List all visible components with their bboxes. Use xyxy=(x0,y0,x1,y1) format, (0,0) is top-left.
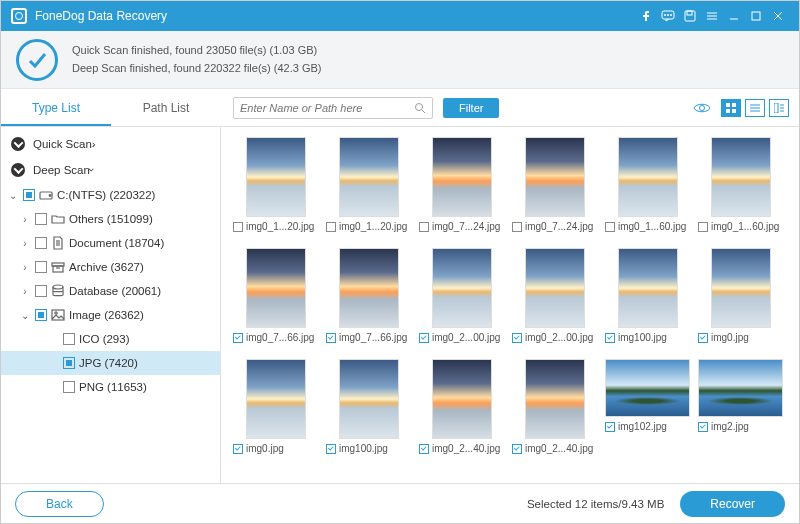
file-checkbox[interactable] xyxy=(419,222,429,232)
file-name: img0_7...66.jpg xyxy=(246,332,314,343)
file-checkbox[interactable] xyxy=(698,222,708,232)
file-checkbox[interactable] xyxy=(512,333,522,343)
view-detail-button[interactable] xyxy=(769,99,789,117)
thumbnail-image[interactable] xyxy=(525,137,585,217)
thumbnail-cell[interactable]: img102.jpg xyxy=(605,359,690,454)
thumbnail-image[interactable] xyxy=(605,359,690,417)
thumbnail-image[interactable] xyxy=(711,137,771,217)
file-name: img0.jpg xyxy=(246,443,284,454)
file-checkbox[interactable] xyxy=(512,222,522,232)
file-checkbox[interactable] xyxy=(326,333,336,343)
checkbox[interactable] xyxy=(63,357,75,369)
thumbnail-image[interactable] xyxy=(246,137,306,217)
thumbnail-image[interactable] xyxy=(432,137,492,217)
tree-quick-scan[interactable]: Quick Scan › xyxy=(1,131,220,157)
svg-point-35 xyxy=(53,285,63,289)
thumbnail-image[interactable] xyxy=(339,359,399,439)
thumbnail-cell[interactable]: img0_1...60.jpg xyxy=(698,137,783,232)
thumbnail-cell[interactable]: img100.jpg xyxy=(605,248,690,343)
thumbnail-cell[interactable]: img0.jpg xyxy=(233,359,318,454)
feedback-icon[interactable] xyxy=(657,5,679,27)
search-box[interactable] xyxy=(233,97,433,119)
preview-icon[interactable] xyxy=(693,101,711,115)
thumbnail-cell[interactable]: img0_7...66.jpg xyxy=(326,248,411,343)
thumbnail-image[interactable] xyxy=(698,359,783,417)
thumbnail-cell[interactable]: img0_7...24.jpg xyxy=(419,137,504,232)
close-icon[interactable] xyxy=(767,5,789,27)
file-checkbox[interactable] xyxy=(233,333,243,343)
file-checkbox[interactable] xyxy=(233,444,243,454)
tab-type-list[interactable]: Type List xyxy=(1,89,111,126)
back-button[interactable]: Back xyxy=(15,491,104,517)
search-input[interactable] xyxy=(240,102,414,114)
tree-archive[interactable]: › Archive (3627) xyxy=(1,255,220,279)
thumbnail-cell[interactable]: img0.jpg xyxy=(698,248,783,343)
thumbnail-image[interactable] xyxy=(432,359,492,439)
recover-button[interactable]: Recover xyxy=(680,491,785,517)
view-list-button[interactable] xyxy=(745,99,765,117)
thumbnail-cell[interactable]: img0_2...00.jpg xyxy=(512,248,597,343)
tree-label: Archive (3627) xyxy=(69,261,144,273)
file-checkbox[interactable] xyxy=(605,422,615,432)
file-checkbox[interactable] xyxy=(698,333,708,343)
facebook-icon[interactable] xyxy=(635,5,657,27)
chevron-right-icon: › xyxy=(92,138,96,150)
thumbnail-cell[interactable]: img2.jpg xyxy=(698,359,783,454)
tree-deep-scan[interactable]: Deep Scan › xyxy=(1,157,220,183)
tab-path-list[interactable]: Path List xyxy=(111,89,221,126)
tree-image[interactable]: ⌄ Image (26362) xyxy=(1,303,220,327)
thumbnail-image[interactable] xyxy=(246,248,306,328)
tree-drive[interactable]: ⌄ C:(NTFS) (220322) xyxy=(1,183,220,207)
file-checkbox[interactable] xyxy=(605,222,615,232)
file-checkbox[interactable] xyxy=(233,222,243,232)
thumbnail-cell[interactable]: img0_7...66.jpg xyxy=(233,248,318,343)
tree-others[interactable]: › Others (151099) xyxy=(1,207,220,231)
thumbnail-image[interactable] xyxy=(618,248,678,328)
file-checkbox[interactable] xyxy=(698,422,708,432)
tree-database[interactable]: › Database (20061) xyxy=(1,279,220,303)
menu-icon[interactable] xyxy=(701,5,723,27)
thumbnail-image[interactable] xyxy=(711,248,771,328)
checkbox[interactable] xyxy=(63,381,75,393)
thumbnail-image[interactable] xyxy=(432,248,492,328)
checkbox[interactable] xyxy=(23,189,35,201)
checkbox[interactable] xyxy=(35,309,47,321)
thumbnail-cell[interactable]: img0_2...00.jpg xyxy=(419,248,504,343)
tree-png[interactable]: PNG (11653) xyxy=(1,375,220,399)
save-icon[interactable] xyxy=(679,5,701,27)
thumbnail-cell[interactable]: img100.jpg xyxy=(326,359,411,454)
thumbnail-cell[interactable]: img0_2...40.jpg xyxy=(419,359,504,454)
thumbnail-image[interactable] xyxy=(339,248,399,328)
tree-document[interactable]: › Document (18704) xyxy=(1,231,220,255)
tree-label: ICO (293) xyxy=(79,333,130,345)
minimize-icon[interactable] xyxy=(723,5,745,27)
thumbnail-cell[interactable]: img0_1...20.jpg xyxy=(233,137,318,232)
thumbnail-image[interactable] xyxy=(618,137,678,217)
thumbnail-cell[interactable]: img0_2...40.jpg xyxy=(512,359,597,454)
checkbox[interactable] xyxy=(35,213,47,225)
filter-button[interactable]: Filter xyxy=(443,98,499,118)
checkbox[interactable] xyxy=(35,237,47,249)
maximize-icon[interactable] xyxy=(745,5,767,27)
checkbox[interactable] xyxy=(63,333,75,345)
thumbnail-image[interactable] xyxy=(339,137,399,217)
thumbnail-image[interactable] xyxy=(525,359,585,439)
file-checkbox[interactable] xyxy=(326,222,336,232)
file-checkbox[interactable] xyxy=(419,333,429,343)
file-checkbox[interactable] xyxy=(326,444,336,454)
checkbox[interactable] xyxy=(35,285,47,297)
check-icon xyxy=(11,137,25,151)
thumbnail-cell[interactable]: img0_1...20.jpg xyxy=(326,137,411,232)
view-grid-button[interactable] xyxy=(721,99,741,117)
thumbnail-image[interactable] xyxy=(246,359,306,439)
thumbnail-image[interactable] xyxy=(525,248,585,328)
checkbox[interactable] xyxy=(35,261,47,273)
file-name: img0_7...24.jpg xyxy=(525,221,593,232)
file-checkbox[interactable] xyxy=(512,444,522,454)
file-checkbox[interactable] xyxy=(419,444,429,454)
tree-jpg[interactable]: JPG (7420) xyxy=(1,351,220,375)
thumbnail-cell[interactable]: img0_7...24.jpg xyxy=(512,137,597,232)
file-checkbox[interactable] xyxy=(605,333,615,343)
thumbnail-cell[interactable]: img0_1...60.jpg xyxy=(605,137,690,232)
tree-ico[interactable]: ICO (293) xyxy=(1,327,220,351)
